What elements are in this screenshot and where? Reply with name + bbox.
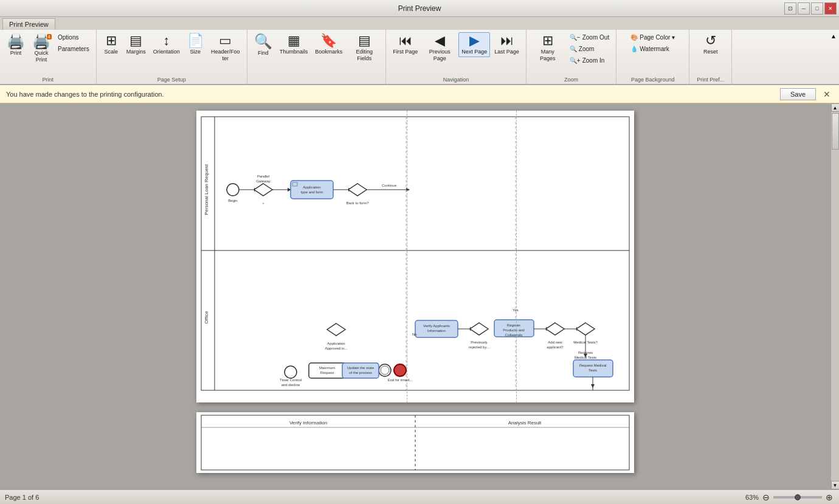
- zoom-out-label: Zoom Out: [582, 34, 609, 41]
- ribbon-group-print: 🖨️ Print 🖨️ 4 QuickPrint Options Paramet…: [0, 30, 97, 84]
- svg-point-55: [381, 366, 389, 375]
- notification-message: You have made changes to the printing co…: [6, 91, 775, 98]
- scale-button[interactable]: ⊞ Scale: [100, 32, 122, 57]
- zoom-out-button[interactable]: 🔍− Zoom Out: [567, 32, 612, 43]
- print-preview-tab[interactable]: Print Preview: [2, 18, 55, 30]
- svg-text:rejected by...: rejected by...: [469, 345, 489, 349]
- svg-text:Gateway: Gateway: [256, 179, 271, 183]
- svg-text:Begin: Begin: [228, 199, 237, 202]
- parameters-button[interactable]: Parameters: [55, 44, 92, 54]
- maximize-button[interactable]: □: [811, 2, 823, 15]
- zoom-slider-thumb[interactable]: [795, 494, 801, 500]
- bpmn-diagram-2: Verify Information Analysis Result: [196, 412, 634, 473]
- svg-text:type and form: type and form: [301, 190, 323, 194]
- print-prefs-group-label: Print Pref...: [689, 77, 731, 83]
- header-footer-label: Header/Footer: [211, 49, 240, 62]
- bookmarks-button[interactable]: 🔖 Bookmarks: [312, 32, 345, 57]
- zoom-icon: 🔍: [570, 46, 577, 52]
- page-preview-1: Personal Loan Request Office Begin Paral…: [196, 111, 634, 402]
- status-bar: Page 1 of 6 63% ⊖ ⊕: [0, 489, 839, 504]
- orientation-icon: ↕: [163, 34, 170, 47]
- svg-text:Products and: Products and: [503, 328, 524, 332]
- zoom-group-label: Zoom: [527, 77, 616, 83]
- ribbon-collapse-button[interactable]: ▲: [828, 30, 839, 42]
- watermark-label: Watermark: [640, 46, 669, 52]
- zoom-button[interactable]: 🔍 Zoom: [567, 44, 612, 54]
- zoom-out-status-button[interactable]: ⊖: [761, 492, 771, 502]
- print-button[interactable]: 🖨️ Print: [4, 32, 28, 58]
- options-label: Options: [58, 34, 78, 41]
- options-button[interactable]: Options: [55, 32, 92, 43]
- svg-text:and decline: and decline: [281, 383, 300, 387]
- margins-button[interactable]: ▤ Margins: [123, 32, 149, 57]
- zoom-small-buttons: 🔍− Zoom Out 🔍 Zoom 🔍+ Zoom In: [567, 32, 612, 74]
- watermark-button[interactable]: 💧 Watermark: [627, 44, 678, 54]
- zoom-slider[interactable]: [773, 496, 822, 499]
- svg-text:Update the state: Update the state: [347, 366, 375, 370]
- svg-text:Analysis Result: Analysis Result: [508, 420, 542, 426]
- next-page-label: Next Page: [461, 49, 487, 55]
- scroll-down-button[interactable]: ▼: [831, 481, 840, 489]
- svg-point-59: [394, 364, 406, 376]
- ribbon-group-navigation: ⏮ First Page ◀ Previous Page ▶ Next Page…: [386, 30, 527, 84]
- last-page-icon: ⏭: [500, 34, 514, 47]
- navigation-group-label: Navigation: [386, 77, 526, 83]
- page-color-button[interactable]: 🎨 Page Color ▾: [627, 32, 678, 43]
- prev-page-icon: ◀: [435, 34, 445, 47]
- find-icon: 🔍: [254, 34, 272, 49]
- page-color-label: Page Color ▾: [640, 34, 675, 41]
- svg-text:Request: Request: [320, 371, 334, 375]
- notification-close-button[interactable]: ✕: [821, 89, 833, 99]
- reset-button[interactable]: ↺ Reset: [700, 32, 722, 57]
- close-button[interactable]: ✕: [824, 2, 837, 15]
- zoom-in-button[interactable]: 🔍+ Zoom In: [567, 55, 612, 66]
- svg-text:Verify Applicants: Verify Applicants: [423, 324, 450, 328]
- svg-text:Previously: Previously: [471, 340, 488, 344]
- svg-text:Application: Application: [303, 185, 320, 189]
- quick-print-button[interactable]: 🖨️ 4 QuickPrint: [29, 32, 54, 65]
- tab-bar: Print Preview: [0, 17, 839, 30]
- last-page-button[interactable]: ⏭ Last Page: [491, 32, 522, 57]
- thumbnails-button[interactable]: ▦ Thumbnails: [277, 32, 311, 57]
- size-icon: 📄: [187, 34, 204, 47]
- svg-point-48: [285, 366, 297, 378]
- svg-text:Collaterals: Collaterals: [505, 333, 522, 337]
- next-page-button[interactable]: ▶ Next Page: [458, 32, 490, 57]
- first-page-button[interactable]: ⏮ First Page: [390, 32, 421, 57]
- prev-page-button[interactable]: ◀ Previous Page: [422, 32, 457, 64]
- page-bg-buttons: 🎨 Page Color ▾ 💧 Watermark: [627, 32, 678, 63]
- scroll-thumb[interactable]: [832, 113, 839, 150]
- size-label: Size: [190, 49, 201, 55]
- zoom-in-icon: 🔍+: [570, 57, 581, 64]
- editing-fields-icon: ▤: [358, 34, 371, 47]
- editing-fields-button[interactable]: ▤ Editing Fields: [347, 32, 382, 64]
- orientation-button[interactable]: ↕ Orientation: [150, 32, 183, 57]
- collapse-icon: ▲: [830, 33, 837, 40]
- svg-text:Approved in...: Approved in...: [325, 347, 347, 350]
- size-button[interactable]: 📄 Size: [184, 32, 207, 57]
- quick-print-badge: 4: [47, 34, 52, 40]
- svg-text:Tests: Tests: [589, 368, 597, 372]
- zoom-out-icon: 🔍−: [570, 34, 581, 41]
- scroll-up-button[interactable]: ▲: [831, 103, 840, 112]
- preview-area[interactable]: Personal Loan Request Office Begin Paral…: [0, 103, 830, 489]
- svg-text:End for timed...: End for timed...: [388, 378, 413, 382]
- thumbnails-label: Thumbnails: [280, 49, 308, 55]
- thumbnails-icon: ▦: [288, 34, 300, 47]
- ribbon-group-print-prefs: ↺ Reset Print Pref...: [689, 30, 732, 84]
- header-footer-button[interactable]: ▭ Header/Footer: [208, 32, 243, 64]
- zoom-in-status-button[interactable]: ⊕: [824, 492, 834, 502]
- many-pages-button[interactable]: ⊞ Many Pages: [530, 32, 565, 64]
- save-button[interactable]: Save: [780, 88, 816, 100]
- reset-label: Reset: [703, 49, 718, 55]
- svg-text:Timer Control: Timer Control: [280, 378, 302, 382]
- print-buttons: 🖨️ Print 🖨️ 4 QuickPrint Options Paramet…: [4, 32, 92, 83]
- find-button[interactable]: 🔍 Find: [251, 32, 275, 58]
- reset-icon: ↺: [705, 34, 716, 47]
- minimize-button[interactable]: ─: [798, 2, 810, 15]
- zoom-in-label: Zoom In: [582, 57, 605, 64]
- restore-down-button[interactable]: ⊡: [784, 2, 796, 15]
- page-divider-v1: [407, 111, 407, 402]
- tools-buttons: 🔍 Find ▦ Thumbnails 🔖 Bookmarks ▤ Editin…: [251, 32, 382, 83]
- page-setup-buttons: ⊞ Scale ▤ Margins ↕ Orientation 📄 Size ▭…: [100, 32, 243, 83]
